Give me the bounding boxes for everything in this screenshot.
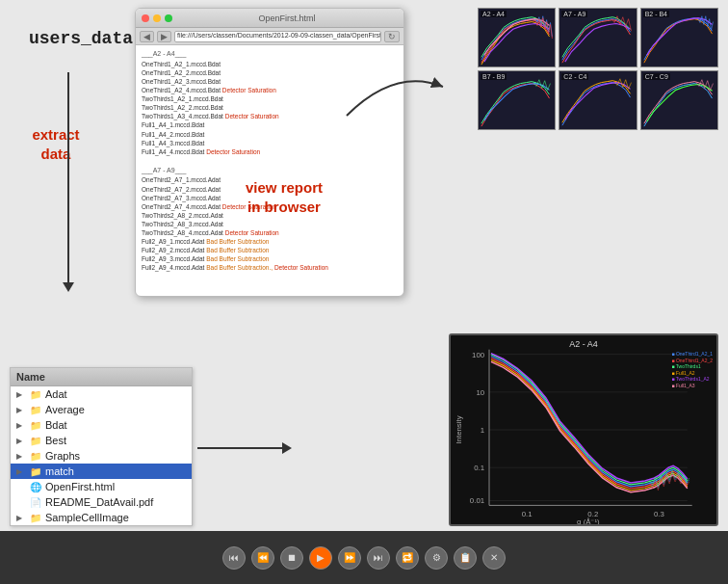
extract-label: extractdata (17, 125, 94, 163)
file-item-label: Graphs (45, 450, 80, 462)
svg-rect-6 (642, 71, 716, 129)
svg-text:1: 1 (481, 426, 484, 435)
file-line: Full1_A4_1.mccd.Bdat (142, 120, 398, 129)
file-browser: Name ▶ 📁 Adat ▶ 📁 Average ▶ 📁 Bdat ▶ 📁 B… (10, 367, 193, 526)
file-line: Full2_A9_4.mccd.Adat Bad Buffer Subtract… (142, 263, 398, 272)
file-item-openhtml[interactable]: ▶ 🌐 OpenFirst.html (11, 479, 192, 494)
url-bar[interactable]: file:///Users/classen/Documents/2012-09-… (174, 31, 381, 42)
svg-text:Intensity: Intensity (455, 415, 463, 443)
file-browser-header: Name (11, 368, 192, 386)
svg-text:0.1: 0.1 (522, 510, 533, 518)
file-line: TwoThirds2_A8_3.mccd.Adat (142, 220, 398, 228)
file-item-bdat[interactable]: ▶ 📁 Bdat (11, 417, 192, 433)
view-report-label: view reportin browser (231, 178, 337, 216)
section2-header: ___A7 - A9___ (142, 166, 398, 175)
browser-titlebar: OpenFirst.html (136, 9, 403, 28)
file-item-label: Adat (45, 388, 67, 400)
html-file-icon: 🌐 (30, 482, 41, 492)
file-line: Full2_A9_3.mccd.Adat Bad Buffer Subtract… (142, 254, 398, 263)
thumbnail-c2-c4: C2 - C4 (559, 70, 637, 130)
file-line: TwoThirds2_A8_4.mccd.Adat Detector Satur… (142, 228, 398, 237)
thumbnail-a2-a4: A2 - A4 (478, 8, 556, 67)
svg-text:q (Å⁻¹): q (Å⁻¹) (577, 518, 600, 524)
media-skip-back[interactable]: ⏮ (222, 546, 246, 570)
file-item-best[interactable]: ▶ 📁 Best (11, 433, 192, 448)
svg-rect-5 (560, 71, 635, 129)
svg-text:100: 100 (472, 351, 485, 359)
media-bar: ⏮ ⏪ ⏹ ▶ ⏩ ⏭ 🔁 ⚙ 📋 ✕ (0, 531, 728, 584)
media-settings[interactable]: ⚙ (425, 546, 448, 570)
refresh-button[interactable]: ↻ (384, 31, 400, 42)
expand-icon: ▶ (16, 437, 26, 445)
thumbnail-b7-b9: B7 - B9 (478, 70, 556, 130)
detail-chart-title: A2 - A4 (569, 339, 598, 349)
forward-button[interactable]: ▶ (157, 31, 171, 42)
folder-icon: 📁 (30, 436, 41, 446)
thumbnail-a7-a9: A7 - A9 (559, 8, 637, 67)
media-fast-forward[interactable]: ⏩ (338, 546, 361, 570)
pdf-file-icon: 📄 (30, 497, 41, 508)
expand-icon: ▶ (16, 452, 26, 461)
file-item-label: README_DatAvail.pdf (45, 496, 153, 508)
file-line: OneThird1_A2_2.mccd.Bdat (142, 68, 398, 77)
svg-text:0.1: 0.1 (474, 464, 484, 472)
svg-rect-4 (480, 71, 554, 129)
section1-header: ___A2 - A4___ (142, 49, 398, 59)
folder-icon: 📁 (30, 405, 41, 415)
file-line: Full1_A4_2.mccd.Bdat (142, 130, 398, 139)
file-item-label: SampleCellImage (45, 512, 129, 523)
file-line: Full2_A9_1.mccd.Adat Bad Buffer Subtract… (142, 237, 398, 246)
folder-icon: 📁 (30, 513, 41, 523)
svg-rect-2 (560, 9, 635, 66)
file-item-readme[interactable]: ▶ 📄 README_DatAvail.pdf (11, 494, 192, 510)
file-item-label: Average (45, 404, 85, 415)
arrow-to-chart (197, 447, 284, 449)
file-item-adat[interactable]: ▶ 📁 Adat (11, 386, 192, 402)
media-repeat[interactable]: 🔁 (396, 546, 419, 570)
expand-icon: ▶ (16, 390, 26, 399)
back-button[interactable]: ◀ (140, 31, 154, 42)
media-play[interactable]: ▶ (309, 546, 332, 570)
main-container: users_data.zip extractdata OpenFirst.htm… (0, 0, 728, 584)
file-line: OneThird1_A2_3.mccd.Bdat (142, 77, 398, 86)
thumbnails-grid: A2 - A4 A7 - A9 (478, 8, 718, 130)
file-item-label: Bdat (45, 419, 67, 431)
svg-text:0.01: 0.01 (470, 496, 484, 505)
file-line: OneThird1_A2_1.mccd.Bdat (142, 60, 398, 68)
browser-window: OpenFirst.html ◀ ▶ file:///Users/classen… (135, 8, 404, 297)
file-line: OneThird1_A2_4.mccd.Bdat Detector Satura… (142, 86, 398, 94)
folder-icon: 📁 (30, 466, 41, 477)
file-item-label: OpenFirst.html (45, 481, 115, 492)
svg-text:0.3: 0.3 (654, 510, 665, 518)
folder-icon: 📁 (30, 451, 41, 462)
file-line: Full1_A4_3.mccd.Bdat (142, 139, 398, 147)
maximize-dot[interactable] (165, 14, 172, 22)
folder-icon: 📁 (30, 389, 41, 400)
media-skip-forward[interactable]: ⏭ (367, 546, 390, 570)
file-line: TwoThirds1_A2_1.mccd.Bdat (142, 94, 398, 103)
arrow-down (67, 72, 69, 284)
expand-icon: ▶ (16, 406, 26, 414)
media-close[interactable]: ✕ (482, 546, 506, 570)
file-item-average[interactable]: ▶ 📁 Average (11, 402, 192, 417)
media-stop[interactable]: ⏹ (280, 546, 303, 570)
browser-content: ___A2 - A4___ OneThird1_A2_1.mccd.Bdat O… (136, 45, 403, 296)
file-line: Full1_A4_4.mccd.Bdat Detector Saturation (142, 147, 398, 156)
folder-icon: 📁 (30, 420, 41, 431)
file-line: TwoThirds1_A3_4.mccd.Bdat Detector Satur… (142, 112, 398, 120)
close-dot[interactable] (142, 14, 149, 22)
expand-icon: ▶ (16, 467, 26, 476)
file-item-sample[interactable]: ▶ 📁 SampleCellImage (11, 510, 192, 525)
browser-title: OpenFirst.html (176, 13, 398, 23)
file-item-graphs[interactable]: ▶ 📁 Graphs (11, 448, 192, 464)
svg-text:10: 10 (476, 388, 484, 397)
minimize-dot[interactable] (153, 14, 161, 22)
thumbnail-b2-b4: B2 - B4 (640, 8, 718, 67)
file-item-match[interactable]: ▶ 📁 match (11, 464, 192, 479)
media-rewind[interactable]: ⏪ (251, 546, 274, 570)
detail-chart: A2 - A4 ■ OneThird1_A2_1 ■ OneThird1_A2_… (449, 333, 718, 526)
expand-icon: ▶ (16, 514, 26, 522)
file-item-label: Best (45, 435, 66, 446)
media-clipboard[interactable]: 📋 (454, 546, 477, 570)
file-line: TwoThirds1_A2_2.mccd.Bdat (142, 103, 398, 112)
